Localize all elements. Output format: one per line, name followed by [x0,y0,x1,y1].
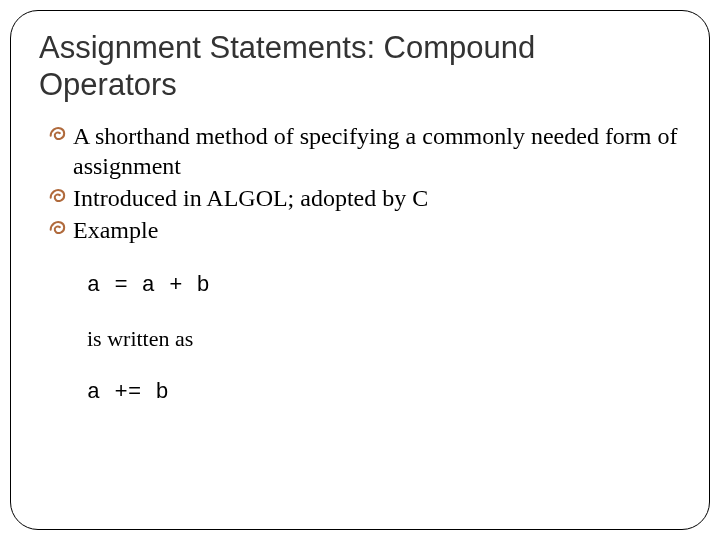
example-label: is written as [87,326,681,352]
swirl-icon [47,123,69,145]
list-item-text: A shorthand method of specifying a commo… [73,123,678,179]
bullet-list: A shorthand method of specifying a commo… [47,121,681,245]
list-item: Example [47,215,681,245]
slide-title: Assignment Statements: Compound Operator… [39,29,681,103]
swirl-icon [47,217,69,239]
list-item: Introduced in ALGOL; adopted by C [47,183,681,213]
list-item: A shorthand method of specifying a commo… [47,121,681,181]
code-after: a += b [87,380,681,405]
list-item-text: Example [73,217,158,243]
list-item-text: Introduced in ALGOL; adopted by C [73,185,428,211]
swirl-icon [47,185,69,207]
slide-frame: Assignment Statements: Compound Operator… [10,10,710,530]
example-block: a = a + b is written as a += b [87,273,681,405]
code-before: a = a + b [87,273,681,298]
